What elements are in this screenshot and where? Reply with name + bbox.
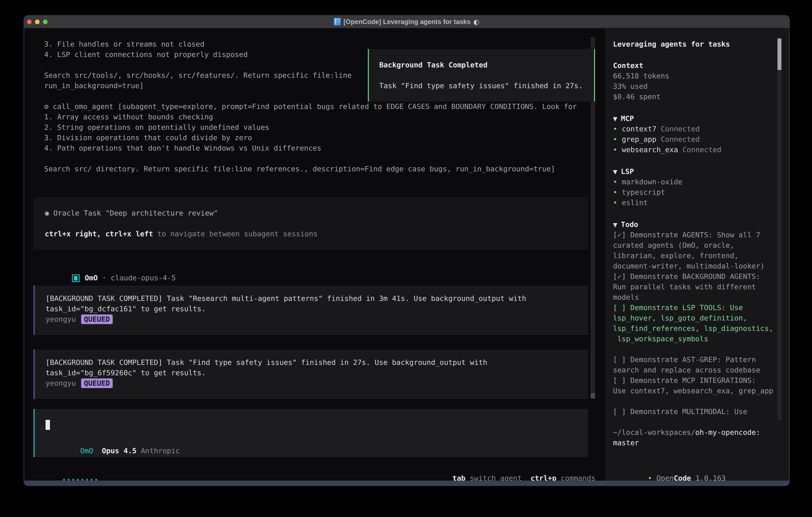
todo-line: document-writer, multimodal-looker): [613, 261, 773, 271]
message-line: task_id="bg_6f59260c" to get results.: [46, 368, 588, 378]
todo-line: models: [613, 292, 773, 302]
todo-line: [ ] Demonstrate MULTIMODAL: Use: [613, 406, 773, 417]
message-panel: [BACKGROUND TASK COMPLETED] Task "Resear…: [34, 285, 588, 335]
lsp-section: ▼LSP •markdown-oxide •typescript •eslint: [613, 166, 682, 208]
message-line: task_id="bg_dcfac161" to get results.: [46, 304, 588, 314]
mcp-item: •websearch_exa Connected: [613, 144, 722, 155]
status-badge: QUEUED: [81, 315, 113, 324]
oracle-task-title: Oracle Task "Deep architecture review": [49, 209, 218, 217]
todo-line: lsp_hover, lsp_goto_definition,: [613, 313, 773, 323]
sidebar-scrollbar-thumb[interactable]: [777, 38, 781, 70]
bullet-icon: •: [613, 134, 622, 144]
oracle-nav-hint: to navigate between subagent sessions: [153, 230, 318, 238]
fisheye-icon: ◉: [45, 209, 49, 217]
sidebar: Leveraging agents for tasks Context 66,5…: [605, 28, 790, 481]
log-line: 4. Path operations that don't handle Win…: [44, 143, 577, 153]
todo-line: [ ] Demonstrate LSP TOOLS: Use: [613, 302, 773, 313]
title-group: [OpenCode] Leveraging agents for tasks ◐: [334, 18, 479, 26]
app-name: Code: [674, 474, 691, 481]
lsp-item: •eslint: [613, 197, 682, 208]
bullet-icon: •: [613, 177, 622, 187]
todo-line: search and replace across codebase: [613, 365, 773, 375]
message-line: [BACKGROUND TASK COMPLETED] Task "Resear…: [46, 293, 588, 304]
log-line: [44, 153, 577, 164]
context-header: Context: [613, 60, 669, 71]
zoom-button[interactable]: [43, 20, 48, 24]
bullet-icon: •: [647, 473, 656, 481]
context-tokens: 66,518 tokens: [613, 71, 669, 81]
prompt-input[interactable]: OmO Opus 4.5 Anthropic: [34, 409, 588, 457]
oracle-task-panel: ◉ Oracle Task "Deep architecture review"…: [34, 197, 588, 250]
statusbar-right: tab switch agent ctrl+p commands: [427, 463, 596, 473]
mcp-item: •context7 Connected: [613, 124, 722, 134]
todo-line: Run parallel tasks with different: [613, 282, 773, 292]
collapse-triangle-icon: ▼: [613, 167, 617, 177]
lsp-header[interactable]: ▼LSP: [613, 166, 682, 177]
agent-model: claude-opus-4-5: [111, 274, 176, 282]
toast-body: Task "Find type safety issues" finished …: [379, 81, 594, 91]
todo-line: [✓] Demonstrate AGENTS: Show all 7: [613, 230, 773, 240]
window-bottom-edge: [24, 481, 789, 485]
mcp-section: ▼MCP •context7 Connected •grep_app Conne…: [613, 113, 722, 155]
context-spent: $0.46 spent: [613, 91, 669, 102]
log-line: 1. Array access without bounds checking: [44, 112, 577, 122]
agent-square-icon: [72, 274, 80, 282]
bullet-icon: •: [613, 144, 622, 155]
toast-title: Background Task Completed: [379, 60, 594, 70]
log-line: 2. String operations on potentially unde…: [44, 122, 577, 133]
lsp-item: •markdown-oxide: [613, 177, 682, 187]
todo-line: [✓] Demonstrate BACKGROUND AGENTS:: [613, 271, 773, 282]
statusbar-left: esc interrupt: [37, 463, 127, 473]
todo-header[interactable]: ▼Todo: [613, 219, 773, 230]
collapse-triangle-icon: ▼: [613, 114, 617, 124]
terminal-window: [OpenCode] Leveraging agents for tasks ◐…: [24, 15, 790, 486]
workspace-path: ~/local-workspaces/oh-my-opencode: maste…: [613, 427, 760, 448]
input-agent-name: OmO: [80, 446, 93, 455]
agent-session-header[interactable]: OmO · claude-opus-4-5: [46, 262, 176, 273]
log-line: 3. Division operations that could divide…: [44, 133, 577, 143]
minimize-button[interactable]: [35, 20, 39, 24]
todo-line: librarian, explore, frontend,: [613, 250, 773, 261]
version-line: •OpenCode 1.0.163: [613, 463, 726, 473]
gear-icon: ⚙: [44, 102, 49, 111]
mcp-item: •grep_app Connected: [613, 134, 722, 144]
status-badge: QUEUED: [81, 378, 113, 388]
workspace-path-prefix: ~/local-workspaces/: [613, 428, 695, 436]
todo-line: [ ] Demonstrate MCP INTEGRATIONS:: [613, 375, 773, 386]
background-task-toast[interactable]: Background Task Completed Task "Find typ…: [368, 49, 595, 102]
agent-name: OmO: [85, 274, 98, 282]
message-panel: [BACKGROUND TASK COMPLETED] Task "Find t…: [34, 350, 588, 399]
main-scrollbar-thumb[interactable]: [590, 393, 595, 399]
agent-call-line: ⚙ call_omo_agent [subagent_type=explore,…: [44, 101, 577, 112]
input-model-name: Opus 4.5: [102, 446, 137, 455]
folder-icon: [334, 18, 341, 26]
todo-section: ▼Todo [✓] Demonstrate AGENTS: Show all 7…: [613, 219, 773, 417]
desktop: [OpenCode] Leveraging agents for tasks ◐…: [0, 0, 812, 517]
titlebar[interactable]: [OpenCode] Leveraging agents for tasks ◐: [24, 16, 789, 28]
log-line: 3. File handles or streams not closed: [44, 39, 577, 49]
todo-line: Use context7, websearch_exa, grep_app: [613, 386, 773, 396]
context-used: 33% used: [613, 81, 669, 91]
half-circle-progress-icon: ◐: [473, 18, 479, 26]
log-line: Search src/ directory. Return specific f…: [44, 164, 577, 174]
message-line: [BACKGROUND TASK COMPLETED] Task "Find t…: [46, 357, 588, 368]
todo-line: [613, 396, 773, 406]
collapse-triangle-icon: ▼: [613, 220, 617, 230]
sidebar-scrollbar-track[interactable]: [777, 37, 781, 420]
workspace-path-name: oh-my-opencode:: [695, 428, 760, 436]
bullet-icon: •: [613, 197, 622, 208]
input-provider-name: Anthropic: [141, 446, 180, 455]
app-version: 1.0.163: [691, 474, 726, 481]
lsp-item: •typescript: [613, 187, 682, 197]
close-button[interactable]: [27, 20, 32, 24]
message-author: yeongyu: [46, 379, 76, 387]
session-title: Leveraging agents for tasks: [613, 39, 730, 49]
message-author: yeongyu: [46, 315, 76, 323]
todo-line: curated agents (OmO, oracle,: [613, 240, 773, 250]
mcp-header[interactable]: ▼MCP: [613, 113, 722, 124]
bullet-icon: •: [613, 187, 622, 197]
window-title: [OpenCode] Leveraging agents for tasks: [344, 18, 470, 26]
todo-line: [613, 344, 773, 354]
git-branch: master: [613, 438, 760, 448]
todo-line: [ ] Demonstrate AST-GREP: Pattern: [613, 354, 773, 365]
